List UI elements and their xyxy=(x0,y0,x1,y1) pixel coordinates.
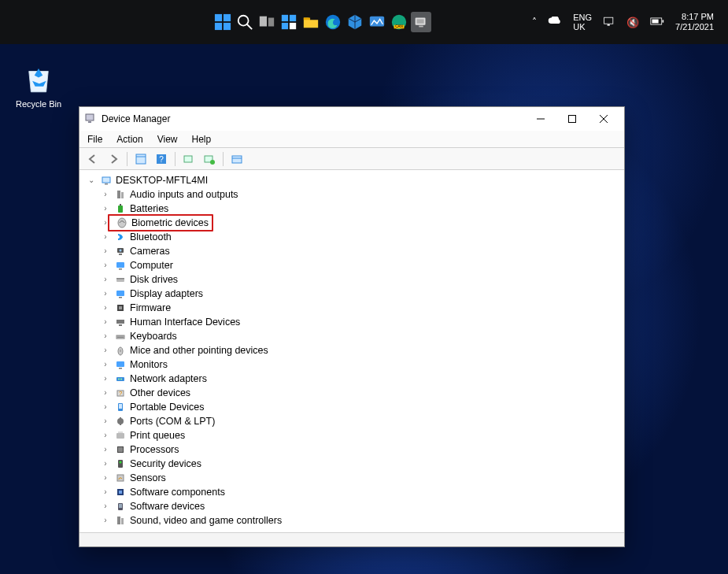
tree-item[interactable]: ›Disk drives xyxy=(84,272,619,287)
tree-item-label: Ports (COM & LPT) xyxy=(130,414,215,428)
tree-item-label: Firmware xyxy=(130,301,171,315)
toolbar-help-icon[interactable]: ? xyxy=(153,150,170,168)
toolbar-forward-icon[interactable] xyxy=(105,150,122,168)
chevron-right-icon[interactable]: › xyxy=(100,386,111,400)
chevron-up-icon[interactable]: ˄ xyxy=(532,17,537,28)
app-icon-cube[interactable] xyxy=(345,12,365,32)
menu-file[interactable]: File xyxy=(87,134,102,145)
svg-point-70 xyxy=(118,379,120,380)
tree-item[interactable]: ›Cameras xyxy=(84,244,619,258)
onedrive-icon[interactable] xyxy=(548,17,562,28)
search-icon[interactable] xyxy=(235,12,255,32)
chevron-right-icon[interactable]: › xyxy=(100,258,111,272)
tree-item[interactable]: ›Human Interface Devices xyxy=(84,315,619,329)
recycle-bin[interactable]: Recycle Bin xyxy=(11,63,66,109)
toolbar-show-hide-icon[interactable] xyxy=(132,150,150,168)
close-button[interactable] xyxy=(588,107,619,131)
recycle-bin-label: Recycle Bin xyxy=(16,99,61,109)
network-icon[interactable] xyxy=(603,16,615,29)
clock[interactable]: 8:17 PM 7/21/2021 xyxy=(675,12,714,32)
chevron-right-icon[interactable]: › xyxy=(100,499,111,513)
edge-icon[interactable] xyxy=(323,12,343,32)
svg-rect-52 xyxy=(116,262,124,268)
toolbar-properties-icon[interactable] xyxy=(228,150,246,168)
tree-item[interactable]: ›Computer xyxy=(84,258,619,272)
toolbar-add-hardware-icon[interactable] xyxy=(201,150,218,168)
chevron-right-icon[interactable]: › xyxy=(100,428,111,443)
chevron-right-icon[interactable]: › xyxy=(100,343,111,357)
device-manager-taskbar-icon[interactable] xyxy=(411,12,431,32)
app-icon xyxy=(84,112,97,127)
tree-item[interactable]: ›Monitors xyxy=(84,357,619,372)
titlebar[interactable]: Device Manager xyxy=(79,107,624,131)
tree-item[interactable]: ›Print queues xyxy=(84,428,619,443)
task-view-icon[interactable] xyxy=(257,12,277,32)
maximize-button[interactable] xyxy=(556,107,588,131)
menu-help[interactable]: Help xyxy=(192,134,212,145)
chevron-right-icon[interactable]: › xyxy=(100,244,111,258)
chevron-right-icon[interactable]: › xyxy=(100,301,111,315)
svg-rect-60 xyxy=(116,320,124,324)
chevron-right-icon[interactable]: › xyxy=(100,471,111,485)
menu-view[interactable]: View xyxy=(157,134,178,145)
tree-item[interactable]: ›Biometric devices xyxy=(84,216,619,230)
tree-item[interactable]: ›Portable Devices xyxy=(84,400,619,414)
tree-item[interactable]: ›Audio inputs and outputs xyxy=(84,187,619,202)
toolbar-back-icon[interactable] xyxy=(84,150,102,168)
tree-item[interactable]: ›?Other devices xyxy=(84,386,619,400)
chevron-right-icon[interactable]: › xyxy=(100,372,111,386)
chevron-right-icon[interactable]: › xyxy=(100,513,111,528)
chevron-right-icon[interactable]: › xyxy=(100,315,111,329)
svg-point-50 xyxy=(120,250,122,252)
chevron-right-icon[interactable]: › xyxy=(100,485,111,499)
tree-item[interactable]: ›Network adapters xyxy=(84,372,619,386)
tree-item[interactable]: ›Software devices xyxy=(84,499,619,513)
svg-rect-19 xyxy=(417,19,424,23)
tree-item[interactable]: ›Keyboards xyxy=(84,329,619,343)
taskbar-right: ˄ ENG UK 🔇 8:17 PM 7/21/2021 xyxy=(532,12,714,32)
svg-rect-90 xyxy=(117,517,120,524)
tree-item[interactable]: ›Bluetooth xyxy=(84,230,619,244)
tree-item[interactable]: ›Sound, video and game controllers xyxy=(84,513,619,528)
language-indicator[interactable]: ENG UK xyxy=(573,13,592,31)
svg-rect-39 xyxy=(232,156,242,163)
volume-muted-icon[interactable]: 🔇 xyxy=(626,17,639,28)
tree-item[interactable]: ›Display adapters xyxy=(84,287,619,301)
tree-item[interactable]: ›Software components xyxy=(84,485,619,499)
file-explorer-icon[interactable] xyxy=(301,12,321,32)
chevron-right-icon[interactable]: › xyxy=(100,457,111,471)
chevron-right-icon[interactable]: › xyxy=(100,400,111,414)
tree-item[interactable]: ›Mice and other pointing devices xyxy=(84,343,619,357)
svg-text:?: ? xyxy=(119,390,123,397)
chevron-right-icon[interactable]: › xyxy=(100,287,111,301)
time-text: 8:17 PM xyxy=(675,12,714,22)
category-icon xyxy=(114,330,127,343)
chevron-right-icon[interactable]: › xyxy=(100,230,111,244)
minimize-button[interactable] xyxy=(525,107,556,131)
tree-item[interactable]: ›Sensors xyxy=(84,471,619,485)
app-icon-monitor[interactable] xyxy=(367,12,387,32)
device-tree[interactable]: ⌄DESKTOP-MFTL4MI›Audio inputs and output… xyxy=(79,170,624,532)
widgets-icon[interactable] xyxy=(279,12,299,32)
tree-root[interactable]: ⌄DESKTOP-MFTL4MI xyxy=(84,173,619,187)
svg-rect-41 xyxy=(102,177,110,183)
chevron-right-icon[interactable]: › xyxy=(100,272,111,287)
chevron-right-icon[interactable]: › xyxy=(100,329,111,343)
chevron-right-icon[interactable]: › xyxy=(100,357,111,372)
edge-canary-icon[interactable]: CAN xyxy=(389,12,409,32)
tree-item[interactable]: ›Security devices xyxy=(84,457,619,471)
battery-icon[interactable] xyxy=(650,17,664,28)
tree-item[interactable]: ›Ports (COM & LPT) xyxy=(84,414,619,428)
svg-rect-14 xyxy=(370,17,384,27)
menu-action[interactable]: Action xyxy=(116,134,142,145)
chevron-down-icon[interactable]: ⌄ xyxy=(86,173,97,187)
tree-item-label: Processors xyxy=(130,443,179,457)
chevron-right-icon[interactable]: › xyxy=(100,187,111,202)
svg-line-5 xyxy=(247,24,252,29)
toolbar-scan-icon[interactable] xyxy=(180,150,198,168)
chevron-right-icon[interactable]: › xyxy=(100,414,111,428)
start-button[interactable] xyxy=(212,12,233,32)
chevron-right-icon[interactable]: › xyxy=(100,443,111,457)
tree-item[interactable]: ›Firmware xyxy=(84,301,619,315)
tree-item[interactable]: ›Processors xyxy=(84,443,619,457)
